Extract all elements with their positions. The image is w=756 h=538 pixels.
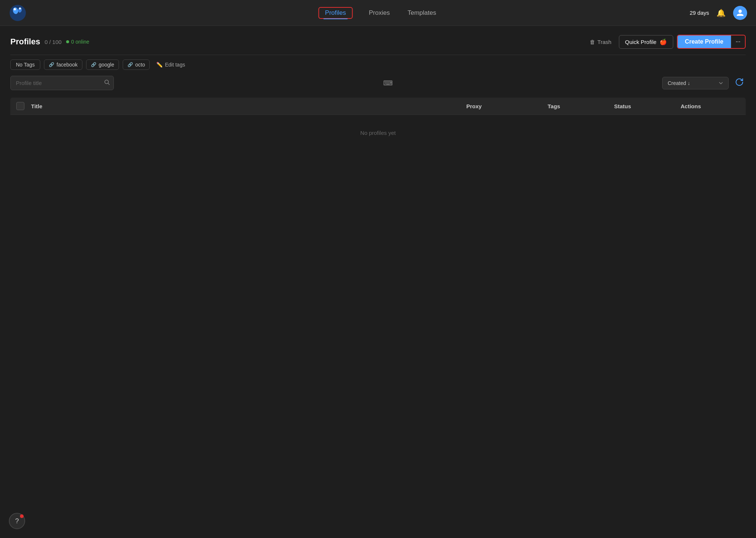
svg-point-3 bbox=[14, 8, 16, 10]
keyboard-icon[interactable]: ⌨ bbox=[383, 79, 393, 87]
main-content: Profiles 0 / 100 0 online 🗑 Trash Quick … bbox=[0, 26, 756, 160]
quick-profile-label: Quick Profile bbox=[625, 39, 657, 45]
tag-octo-label: octo bbox=[135, 62, 145, 68]
sort-label: Created ↓ bbox=[668, 80, 690, 86]
nav-item-proxies[interactable]: Proxies bbox=[367, 6, 391, 20]
svg-line-6 bbox=[108, 83, 110, 85]
tag-link-icon-2: 🔗 bbox=[91, 62, 96, 67]
tags-row: No Tags 🔗 facebook 🔗 google 🔗 octo ✏️ Ed… bbox=[10, 59, 746, 70]
col-actions: Actions bbox=[681, 103, 740, 109]
svg-point-0 bbox=[10, 5, 26, 21]
help-button[interactable]: ? bbox=[9, 513, 25, 529]
col-title: Title bbox=[31, 103, 466, 109]
trash-icon: 🗑 bbox=[590, 39, 595, 45]
online-badge: 0 online bbox=[66, 39, 89, 45]
tag-google[interactable]: 🔗 google bbox=[86, 59, 119, 70]
apple-icon: 🍎 bbox=[660, 38, 667, 45]
tag-facebook-label: facebook bbox=[57, 62, 78, 68]
online-dot bbox=[66, 40, 69, 43]
more-options-button[interactable]: ··· bbox=[731, 35, 745, 48]
bell-icon[interactable]: 🔔 bbox=[716, 8, 726, 17]
profiles-header: Profiles 0 / 100 0 online 🗑 Trash Quick … bbox=[10, 35, 746, 49]
select-all-checkbox[interactable] bbox=[16, 102, 31, 110]
navbar-right: 29 days 🔔 bbox=[689, 6, 747, 20]
search-wrapper bbox=[10, 76, 114, 90]
days-remaining: 29 days bbox=[689, 10, 709, 16]
no-tags-filter[interactable]: No Tags bbox=[10, 59, 40, 70]
search-row: ⌨ Created ↓ bbox=[10, 76, 746, 90]
profiles-count: 0 / 100 bbox=[45, 39, 62, 45]
edit-icon: ✏️ bbox=[156, 62, 163, 68]
edit-tags-button[interactable]: ✏️ Edit tags bbox=[153, 60, 188, 69]
profiles-title-section: Profiles 0 / 100 0 online bbox=[10, 37, 89, 47]
user-avatar[interactable] bbox=[733, 6, 747, 20]
profiles-nav-wrapper: Profiles bbox=[319, 7, 353, 19]
search-icon-button[interactable] bbox=[104, 79, 110, 87]
app-logo[interactable] bbox=[9, 4, 27, 22]
search-input[interactable] bbox=[10, 76, 114, 90]
tag-google-label: google bbox=[99, 62, 114, 68]
tag-octo[interactable]: 🔗 octo bbox=[123, 59, 150, 70]
table-header: Title Proxy Tags Status Actions bbox=[10, 98, 746, 115]
refresh-button[interactable] bbox=[733, 76, 746, 90]
tag-link-icon: 🔗 bbox=[49, 62, 54, 67]
chevron-down-icon bbox=[719, 81, 723, 85]
svg-point-4 bbox=[19, 7, 21, 9]
table-container: Title Proxy Tags Status Actions No profi… bbox=[10, 98, 746, 151]
nav-center: Profiles Proxies Templates bbox=[319, 6, 438, 20]
edit-tags-label: Edit tags bbox=[165, 62, 185, 68]
col-proxy: Proxy bbox=[466, 103, 548, 109]
nav-item-profiles[interactable]: Profiles bbox=[324, 6, 348, 19]
nav-item-templates[interactable]: Templates bbox=[406, 6, 437, 20]
tag-link-icon-3: 🔗 bbox=[127, 62, 133, 67]
create-profile-button[interactable]: Create Profile bbox=[678, 35, 731, 48]
online-count: 0 online bbox=[71, 39, 89, 45]
col-status: Status bbox=[614, 103, 681, 109]
sort-dropdown[interactable]: Created ↓ bbox=[662, 77, 729, 89]
trash-button[interactable]: 🗑 Trash bbox=[586, 37, 615, 47]
empty-state: No profiles yet bbox=[10, 115, 746, 151]
help-icon: ? bbox=[15, 517, 19, 525]
help-notification-dot bbox=[20, 514, 24, 518]
navbar: Profiles Proxies Templates 29 days 🔔 bbox=[0, 0, 756, 26]
header-divider bbox=[10, 55, 746, 55]
quick-profile-button[interactable]: Quick Profile 🍎 bbox=[619, 35, 673, 49]
page-title: Profiles bbox=[10, 37, 40, 47]
col-tags: Tags bbox=[548, 103, 614, 109]
tag-facebook[interactable]: 🔗 facebook bbox=[44, 59, 82, 70]
profiles-actions: 🗑 Trash Quick Profile 🍎 Create Profile ·… bbox=[586, 35, 746, 49]
trash-label: Trash bbox=[597, 39, 612, 45]
create-profile-group: Create Profile ··· bbox=[677, 35, 746, 49]
